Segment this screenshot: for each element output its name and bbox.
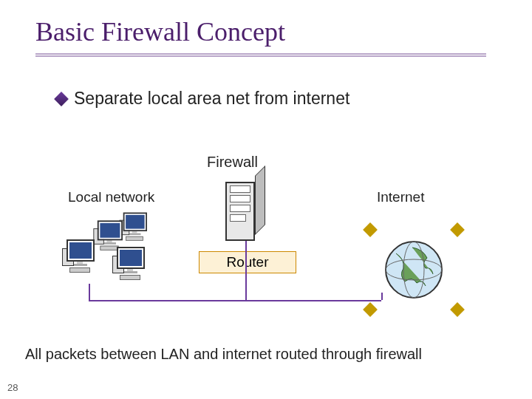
svg-point-0 — [386, 242, 442, 298]
diamond-icon — [54, 92, 69, 106]
router-label: Router — [226, 254, 268, 270]
bullet-row: Separate local area net from internet — [56, 89, 349, 109]
slide-title: Basic Firewall Concept — [35, 16, 285, 47]
firewall-uplink-line — [245, 241, 247, 300]
satellite-node-icon — [365, 225, 375, 235]
lan-uplink-line — [89, 284, 90, 300]
desktop-computer-icon — [120, 214, 148, 241]
label-firewall: Firewall — [207, 154, 258, 171]
title-underline — [35, 53, 486, 58]
satellite-node-icon — [365, 304, 375, 315]
bullet-text: Separate local area net from internet — [74, 89, 349, 109]
satellite-node-icon — [452, 304, 463, 315]
label-local-network: Local network — [68, 189, 154, 205]
satellite-node-icon — [452, 225, 463, 235]
internet-uplink-line — [381, 293, 383, 300]
lan-cluster — [52, 235, 177, 309]
globe-svg — [383, 239, 445, 301]
desktop-computer-icon — [95, 222, 124, 250]
slide-number: 28 — [7, 382, 18, 393]
desktop-computer-icon — [64, 241, 96, 273]
network-bus-line — [89, 300, 381, 301]
footer-text: All packets between LAN and internet rou… — [25, 346, 422, 363]
router-box: Router — [199, 251, 296, 273]
globe-internet-icon — [369, 229, 458, 310]
server-icon — [225, 174, 267, 241]
label-internet: Internet — [377, 189, 424, 205]
desktop-computer-icon — [114, 248, 146, 280]
